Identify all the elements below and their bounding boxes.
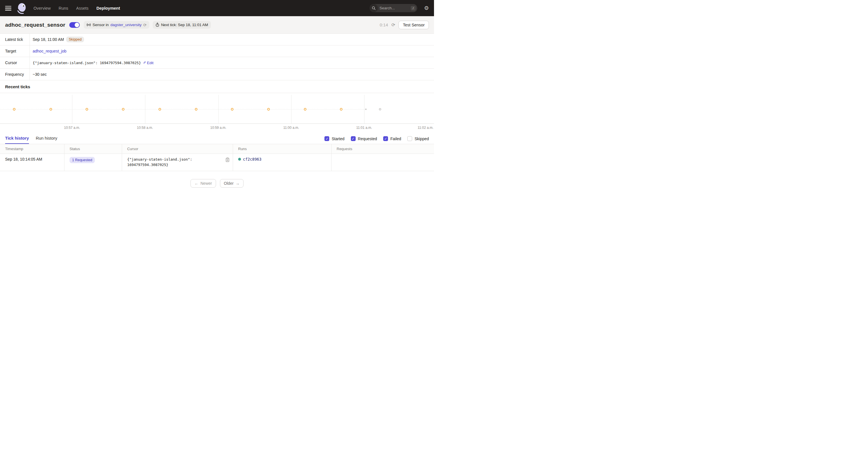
- copy-cursor-icon[interactable]: [226, 157, 229, 163]
- latest-tick-time: Sep 18, 11:00 AM: [33, 37, 64, 42]
- meta-row-latest-tick: Latest tick Sep 18, 11:00 AM Skipped: [0, 34, 434, 45]
- latest-tick-status-badge: Skipped: [66, 37, 84, 42]
- filter-skipped[interactable]: ✓Skipped: [407, 136, 429, 141]
- recent-ticks-title: Recent ticks: [0, 80, 434, 93]
- tick-skipped[interactable]: [231, 108, 234, 111]
- left-arrow-icon: ←: [194, 181, 198, 186]
- sensor-metadata: Latest tick Sep 18, 11:00 AM Skipped Tar…: [0, 34, 434, 80]
- meta-label: Latest tick: [0, 34, 30, 45]
- timeline-axis-labels: 10:57 a.m.10:58 a.m.10:59 a.m.11:00 a.m.…: [0, 124, 434, 131]
- tick-skipped[interactable]: [195, 108, 197, 111]
- meta-row-target: Target adhoc_request_job: [0, 45, 434, 57]
- meta-label: Cursor: [0, 57, 30, 68]
- axis-tick-label: 11:00 a.m.: [283, 126, 299, 130]
- broadcast-icon: [87, 23, 91, 27]
- nav-items: Overview Runs Assets Deployment: [33, 6, 120, 10]
- tick-skipped[interactable]: [158, 108, 161, 111]
- axis-tick-label: 10:59 a.m.: [210, 126, 226, 130]
- nav-item-assets[interactable]: Assets: [76, 6, 89, 10]
- timeline-baseline: [0, 109, 366, 110]
- search-input[interactable]: [378, 6, 411, 10]
- cell-status: 1 Requested: [64, 154, 122, 171]
- refresh-countdown: 0:14: [380, 23, 388, 27]
- meta-row-cursor: Cursor {"january-staten-island.json": 16…: [0, 57, 434, 69]
- meta-row-frequency: Frequency ~30 sec: [0, 69, 434, 80]
- col-header-timestamp: Timestamp: [0, 144, 64, 154]
- test-sensor-button[interactable]: Test Sensor: [399, 21, 429, 29]
- tick-history-table: Timestamp Status Cursor Runs Requests Se…: [0, 144, 434, 171]
- edit-cursor-link[interactable]: ✎Edit: [143, 61, 153, 65]
- search-icon: [370, 4, 378, 12]
- tab-run-history[interactable]: Run history: [36, 136, 57, 144]
- requested-badge[interactable]: 1 Requested: [69, 157, 95, 163]
- dagster-logo-icon[interactable]: [16, 3, 27, 14]
- table-row: Sep 18, 10:14:05 AM 1 Requested {"januar…: [0, 154, 434, 171]
- search-shortcut-badge: /: [411, 6, 415, 10]
- top-navigation: Overview Runs Assets Deployment / ⚙: [0, 0, 434, 16]
- sensor-location-badge: Sensor in dagster_university ⟳: [84, 21, 149, 29]
- col-header-runs: Runs: [233, 144, 332, 154]
- tick-skipped[interactable]: [340, 108, 342, 111]
- sensor-in-label: Sensor in: [93, 23, 109, 27]
- col-header-status: Status: [64, 144, 122, 154]
- run-id-link[interactable]: cf2c8963: [243, 157, 261, 161]
- search-box[interactable]: /: [370, 4, 417, 12]
- pencil-icon: ✎: [143, 61, 146, 65]
- cell-timestamp: Sep 18, 10:14:05 AM: [0, 154, 64, 171]
- sensor-header: adhoc_request_sensor Sensor in dagster_u…: [0, 16, 434, 34]
- meta-label: Target: [0, 45, 30, 57]
- filter-failed[interactable]: ✓Failed: [383, 136, 401, 141]
- tick-skipped[interactable]: [304, 108, 306, 111]
- status-filters: ✓Started ✓Requested ✓Failed ✓Skipped: [324, 136, 429, 144]
- col-header-requests: Requests: [332, 144, 434, 154]
- code-location-link[interactable]: dagster_university: [111, 23, 142, 27]
- tick-skipped[interactable]: [268, 108, 270, 111]
- filter-started[interactable]: ✓Started: [324, 136, 344, 141]
- tick-upcoming: [379, 108, 381, 111]
- tick-skipped[interactable]: [122, 108, 125, 111]
- axis-tick-label: 11:01 a.m.: [356, 126, 372, 130]
- nav-item-deployment[interactable]: Deployment: [96, 6, 120, 10]
- history-tabs-row: Tick history Run history ✓Started ✓Reque…: [0, 131, 434, 144]
- tick-skipped[interactable]: [50, 108, 52, 111]
- sensor-toggle[interactable]: [69, 22, 80, 28]
- checkbox-icon: ✓: [351, 136, 356, 141]
- axis-tick-label: 10:58 a.m.: [137, 126, 153, 130]
- newer-button[interactable]: ←Newer: [190, 179, 216, 188]
- cell-runs: cf2c8963: [233, 154, 332, 171]
- meta-label: Frequency: [0, 69, 30, 80]
- menu-icon[interactable]: [5, 6, 11, 10]
- next-tick-badge: Next tick: Sep 18, 11:01 AM: [153, 21, 211, 29]
- refresh-icon[interactable]: ⟳: [392, 23, 395, 27]
- axis-tick-label: 11:02 a.m.: [417, 126, 433, 130]
- stopwatch-icon: [156, 23, 159, 27]
- checkbox-icon: ✓: [407, 136, 412, 141]
- frequency-value: ~30 sec: [33, 72, 46, 76]
- pagination: ←Newer Older→: [0, 179, 434, 188]
- run-status-dot: [238, 158, 241, 161]
- filter-requested[interactable]: ✓Requested: [351, 136, 377, 141]
- target-job-link[interactable]: adhoc_request_job: [33, 49, 66, 53]
- nav-item-overview[interactable]: Overview: [33, 6, 51, 10]
- cell-requests: [332, 154, 434, 171]
- cell-cursor: {"january-staten-island.json": 169479759…: [122, 154, 233, 171]
- checkbox-icon: ✓: [383, 136, 388, 141]
- gear-icon[interactable]: ⚙: [424, 5, 429, 11]
- older-button[interactable]: Older→: [220, 179, 244, 188]
- next-tick-label: Next tick: Sep 18, 11:01 AM: [161, 23, 208, 27]
- axis-tick-label: 10:57 a.m.: [64, 126, 80, 130]
- recent-ticks-timeline: [0, 93, 434, 123]
- nav-item-runs[interactable]: Runs: [59, 6, 68, 10]
- cursor-value: {"january-staten-island.json": 169479759…: [33, 61, 141, 65]
- table-header-row: Timestamp Status Cursor Runs Requests: [0, 144, 434, 154]
- right-arrow-icon: →: [236, 181, 240, 186]
- tick-skipped[interactable]: [86, 108, 88, 111]
- page-title: adhoc_request_sensor: [5, 22, 65, 28]
- checkbox-icon: ✓: [324, 136, 329, 141]
- tick-skipped[interactable]: [13, 108, 16, 111]
- row-cursor-value: {"january-staten-island.json": 169479759…: [127, 157, 212, 168]
- tab-tick-history[interactable]: Tick history: [5, 136, 29, 144]
- col-header-cursor: Cursor: [122, 144, 233, 154]
- tick-cursor: [365, 109, 367, 110]
- reload-location-icon[interactable]: ⟳: [143, 23, 147, 27]
